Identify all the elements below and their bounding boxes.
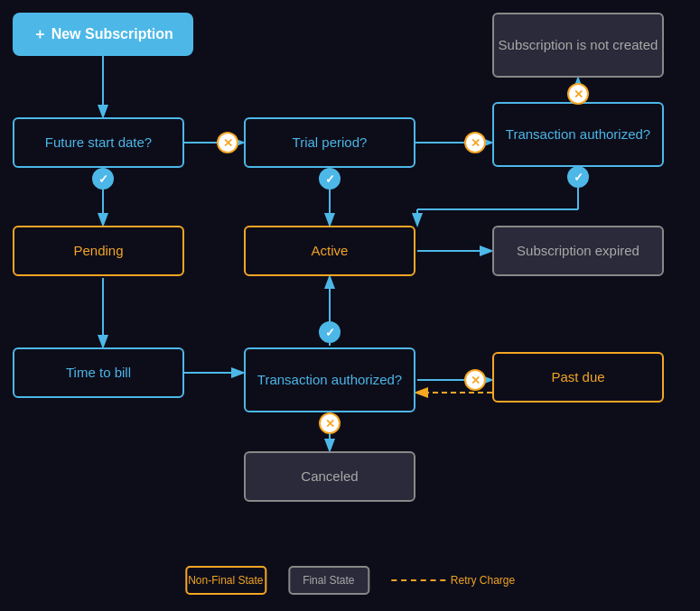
- connector-x-auth-notcreated: ✕: [567, 83, 589, 105]
- transaction-auth2-label: Transaction authorized?: [257, 371, 402, 389]
- diagram-container: ✕ ✕ ✕ ✓ ✓ ✓ ✓ ✕ ✕ ＋ New Subscription Fut…: [0, 0, 700, 611]
- legend-non-final-label: Non-Final State: [188, 574, 263, 587]
- connector-check-future: ✓: [92, 168, 114, 190]
- pending-label: Pending: [73, 242, 123, 260]
- future-start-label: Future start date?: [45, 134, 152, 152]
- legend-retry: Retry Charge: [391, 574, 515, 587]
- connector-check-trial: ✓: [319, 168, 341, 190]
- legend-non-final-box: Non-Final State: [185, 566, 266, 595]
- transaction-auth1-label: Transaction authorized?: [506, 125, 650, 143]
- trial-period-label: Trial period?: [293, 134, 368, 152]
- legend-non-final: Non-Final State: [185, 566, 266, 595]
- transaction-auth1-node: Transaction authorized?: [492, 102, 664, 167]
- time-to-bill-label: Time to bill: [66, 364, 131, 382]
- new-subscription-label: ＋ New Subscription: [33, 25, 173, 44]
- time-to-bill-node: Time to bill: [13, 347, 184, 398]
- arrows-svg: [0, 0, 700, 611]
- pending-node: Pending: [13, 226, 184, 276]
- subscription-not-created-node: Subscription is not created: [492, 13, 664, 78]
- subscription-expired-label: Subscription expired: [517, 242, 639, 260]
- transaction-auth2-node: Transaction authorized?: [244, 347, 415, 412]
- future-start-node: Future start date?: [13, 117, 184, 168]
- connector-x-auth2-canceled: ✕: [319, 412, 341, 434]
- legend: Non-Final State Final State Retry Charge: [185, 566, 515, 595]
- past-due-label: Past due: [551, 368, 604, 386]
- subscription-expired-node: Subscription expired: [492, 226, 664, 276]
- subscription-not-created-label: Subscription is not created: [499, 36, 658, 54]
- retry-dashed-line: [391, 579, 445, 581]
- active-label: Active: [312, 242, 349, 260]
- connector-x-trial-auth: ✕: [464, 132, 486, 153]
- canceled-label: Canceled: [301, 468, 358, 486]
- connector-check-auth1: ✓: [567, 166, 589, 188]
- legend-final: Final State: [288, 566, 369, 595]
- connector-x-future-trial: ✕: [217, 132, 238, 153]
- active-node: Active: [244, 226, 415, 276]
- canceled-node: Canceled: [244, 451, 415, 502]
- connector-check-active: ✓: [319, 321, 341, 343]
- legend-final-box: Final State: [288, 566, 369, 595]
- trial-period-node: Trial period?: [244, 117, 415, 168]
- legend-final-label: Final State: [303, 574, 354, 587]
- past-due-node: Past due: [492, 352, 664, 403]
- legend-retry-label: Retry Charge: [451, 574, 515, 587]
- connector-x-auth2-pastdue: ✕: [464, 369, 486, 391]
- new-subscription-node: ＋ New Subscription: [13, 13, 193, 56]
